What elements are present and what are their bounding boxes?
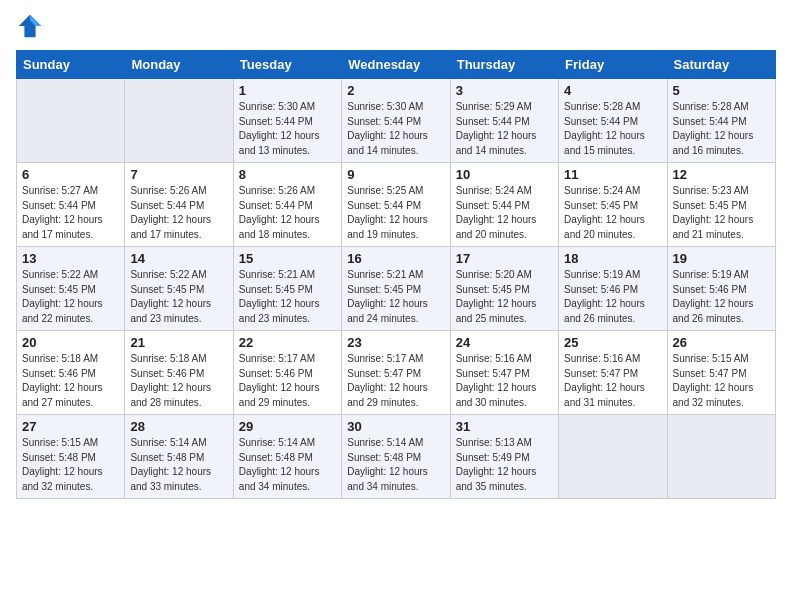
day-info: Sunrise: 5:24 AMSunset: 5:45 PMDaylight:… [564, 184, 661, 242]
calendar-cell: 10Sunrise: 5:24 AMSunset: 5:44 PMDayligh… [450, 163, 558, 247]
header [16, 12, 776, 40]
calendar-week-row: 20Sunrise: 5:18 AMSunset: 5:46 PMDayligh… [17, 331, 776, 415]
calendar-table: SundayMondayTuesdayWednesdayThursdayFrid… [16, 50, 776, 499]
calendar-cell: 14Sunrise: 5:22 AMSunset: 5:45 PMDayligh… [125, 247, 233, 331]
day-info: Sunrise: 5:14 AMSunset: 5:48 PMDaylight:… [130, 436, 227, 494]
calendar-cell: 12Sunrise: 5:23 AMSunset: 5:45 PMDayligh… [667, 163, 775, 247]
calendar-cell: 28Sunrise: 5:14 AMSunset: 5:48 PMDayligh… [125, 415, 233, 499]
day-info: Sunrise: 5:21 AMSunset: 5:45 PMDaylight:… [239, 268, 336, 326]
calendar-cell [125, 79, 233, 163]
calendar-cell: 6Sunrise: 5:27 AMSunset: 5:44 PMDaylight… [17, 163, 125, 247]
day-number: 8 [239, 167, 336, 182]
calendar-cell: 4Sunrise: 5:28 AMSunset: 5:44 PMDaylight… [559, 79, 667, 163]
day-info: Sunrise: 5:27 AMSunset: 5:44 PMDaylight:… [22, 184, 119, 242]
day-number: 3 [456, 83, 553, 98]
day-number: 18 [564, 251, 661, 266]
day-info: Sunrise: 5:23 AMSunset: 5:45 PMDaylight:… [673, 184, 770, 242]
calendar-cell [17, 79, 125, 163]
day-number: 4 [564, 83, 661, 98]
calendar-cell: 18Sunrise: 5:19 AMSunset: 5:46 PMDayligh… [559, 247, 667, 331]
day-number: 17 [456, 251, 553, 266]
weekday-header-saturday: Saturday [667, 51, 775, 79]
day-number: 21 [130, 335, 227, 350]
calendar-cell: 29Sunrise: 5:14 AMSunset: 5:48 PMDayligh… [233, 415, 341, 499]
calendar-cell: 15Sunrise: 5:21 AMSunset: 5:45 PMDayligh… [233, 247, 341, 331]
day-number: 20 [22, 335, 119, 350]
logo [16, 12, 48, 40]
calendar-cell: 19Sunrise: 5:19 AMSunset: 5:46 PMDayligh… [667, 247, 775, 331]
calendar-cell: 13Sunrise: 5:22 AMSunset: 5:45 PMDayligh… [17, 247, 125, 331]
day-info: Sunrise: 5:21 AMSunset: 5:45 PMDaylight:… [347, 268, 444, 326]
day-info: Sunrise: 5:28 AMSunset: 5:44 PMDaylight:… [673, 100, 770, 158]
calendar-cell: 2Sunrise: 5:30 AMSunset: 5:44 PMDaylight… [342, 79, 450, 163]
calendar-cell: 26Sunrise: 5:15 AMSunset: 5:47 PMDayligh… [667, 331, 775, 415]
day-info: Sunrise: 5:30 AMSunset: 5:44 PMDaylight:… [239, 100, 336, 158]
calendar-cell: 11Sunrise: 5:24 AMSunset: 5:45 PMDayligh… [559, 163, 667, 247]
calendar-cell: 31Sunrise: 5:13 AMSunset: 5:49 PMDayligh… [450, 415, 558, 499]
day-info: Sunrise: 5:26 AMSunset: 5:44 PMDaylight:… [239, 184, 336, 242]
calendar-cell [667, 415, 775, 499]
day-number: 30 [347, 419, 444, 434]
calendar-cell: 16Sunrise: 5:21 AMSunset: 5:45 PMDayligh… [342, 247, 450, 331]
day-info: Sunrise: 5:16 AMSunset: 5:47 PMDaylight:… [456, 352, 553, 410]
weekday-header-monday: Monday [125, 51, 233, 79]
calendar-week-row: 6Sunrise: 5:27 AMSunset: 5:44 PMDaylight… [17, 163, 776, 247]
day-number: 27 [22, 419, 119, 434]
calendar-header-row: SundayMondayTuesdayWednesdayThursdayFrid… [17, 51, 776, 79]
weekday-header-sunday: Sunday [17, 51, 125, 79]
day-number: 13 [22, 251, 119, 266]
day-number: 6 [22, 167, 119, 182]
day-number: 26 [673, 335, 770, 350]
day-info: Sunrise: 5:20 AMSunset: 5:45 PMDaylight:… [456, 268, 553, 326]
day-info: Sunrise: 5:19 AMSunset: 5:46 PMDaylight:… [673, 268, 770, 326]
day-number: 19 [673, 251, 770, 266]
weekday-header-thursday: Thursday [450, 51, 558, 79]
calendar-cell: 27Sunrise: 5:15 AMSunset: 5:48 PMDayligh… [17, 415, 125, 499]
day-info: Sunrise: 5:17 AMSunset: 5:46 PMDaylight:… [239, 352, 336, 410]
day-number: 31 [456, 419, 553, 434]
day-number: 16 [347, 251, 444, 266]
weekday-header-wednesday: Wednesday [342, 51, 450, 79]
day-info: Sunrise: 5:19 AMSunset: 5:46 PMDaylight:… [564, 268, 661, 326]
day-info: Sunrise: 5:14 AMSunset: 5:48 PMDaylight:… [239, 436, 336, 494]
calendar-cell: 17Sunrise: 5:20 AMSunset: 5:45 PMDayligh… [450, 247, 558, 331]
day-info: Sunrise: 5:15 AMSunset: 5:47 PMDaylight:… [673, 352, 770, 410]
calendar-cell: 21Sunrise: 5:18 AMSunset: 5:46 PMDayligh… [125, 331, 233, 415]
day-number: 14 [130, 251, 227, 266]
calendar-week-row: 27Sunrise: 5:15 AMSunset: 5:48 PMDayligh… [17, 415, 776, 499]
calendar-cell: 9Sunrise: 5:25 AMSunset: 5:44 PMDaylight… [342, 163, 450, 247]
weekday-header-tuesday: Tuesday [233, 51, 341, 79]
day-info: Sunrise: 5:26 AMSunset: 5:44 PMDaylight:… [130, 184, 227, 242]
day-info: Sunrise: 5:17 AMSunset: 5:47 PMDaylight:… [347, 352, 444, 410]
day-number: 11 [564, 167, 661, 182]
day-info: Sunrise: 5:13 AMSunset: 5:49 PMDaylight:… [456, 436, 553, 494]
calendar-cell: 20Sunrise: 5:18 AMSunset: 5:46 PMDayligh… [17, 331, 125, 415]
day-info: Sunrise: 5:24 AMSunset: 5:44 PMDaylight:… [456, 184, 553, 242]
day-number: 28 [130, 419, 227, 434]
day-number: 22 [239, 335, 336, 350]
day-info: Sunrise: 5:22 AMSunset: 5:45 PMDaylight:… [130, 268, 227, 326]
calendar-week-row: 13Sunrise: 5:22 AMSunset: 5:45 PMDayligh… [17, 247, 776, 331]
day-info: Sunrise: 5:16 AMSunset: 5:47 PMDaylight:… [564, 352, 661, 410]
day-number: 12 [673, 167, 770, 182]
calendar-cell: 23Sunrise: 5:17 AMSunset: 5:47 PMDayligh… [342, 331, 450, 415]
day-number: 2 [347, 83, 444, 98]
day-number: 5 [673, 83, 770, 98]
calendar-cell: 3Sunrise: 5:29 AMSunset: 5:44 PMDaylight… [450, 79, 558, 163]
day-info: Sunrise: 5:28 AMSunset: 5:44 PMDaylight:… [564, 100, 661, 158]
calendar-cell [559, 415, 667, 499]
calendar-cell: 30Sunrise: 5:14 AMSunset: 5:48 PMDayligh… [342, 415, 450, 499]
day-number: 24 [456, 335, 553, 350]
weekday-header-friday: Friday [559, 51, 667, 79]
calendar-cell: 24Sunrise: 5:16 AMSunset: 5:47 PMDayligh… [450, 331, 558, 415]
day-number: 25 [564, 335, 661, 350]
day-info: Sunrise: 5:18 AMSunset: 5:46 PMDaylight:… [130, 352, 227, 410]
day-info: Sunrise: 5:29 AMSunset: 5:44 PMDaylight:… [456, 100, 553, 158]
page: SundayMondayTuesdayWednesdayThursdayFrid… [0, 0, 792, 612]
calendar-week-row: 1Sunrise: 5:30 AMSunset: 5:44 PMDaylight… [17, 79, 776, 163]
day-info: Sunrise: 5:25 AMSunset: 5:44 PMDaylight:… [347, 184, 444, 242]
calendar-cell: 22Sunrise: 5:17 AMSunset: 5:46 PMDayligh… [233, 331, 341, 415]
day-number: 9 [347, 167, 444, 182]
logo-icon [16, 12, 44, 40]
day-info: Sunrise: 5:18 AMSunset: 5:46 PMDaylight:… [22, 352, 119, 410]
